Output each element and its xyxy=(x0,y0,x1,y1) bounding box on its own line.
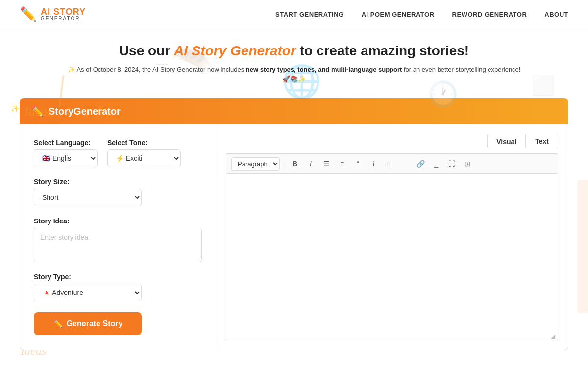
nav-about[interactable]: ABOUT xyxy=(544,11,568,18)
headline-brand: AI Story Generator xyxy=(174,43,296,58)
editor-panel: Visual Text Paragraph Heading 1 Heading … xyxy=(216,124,568,350)
deco-sidebar-right xyxy=(577,180,588,313)
tab-visual[interactable]: Visual xyxy=(487,134,526,148)
nav-ai-poem-generator[interactable]: AI POEM GENERATOR xyxy=(362,11,435,18)
logo-ai-text: AI STORY xyxy=(41,7,86,16)
toolbar-hr[interactable]: ⎯ xyxy=(429,157,443,171)
story-generator-panel: ✏️ StoryGenerator Select Language: 🇬🇧 En… xyxy=(20,98,568,350)
navbar: ✏️ AI STORY GENERATOR START GENERATING A… xyxy=(0,0,588,28)
language-tone-row: Select Language: 🇬🇧 Englis 🇫🇷 French 🇩🇪 … xyxy=(34,139,202,167)
type-select[interactable]: 🔺 Adventure 💕 Romance 🔍 Mystery 🧙 Fantas… xyxy=(34,284,142,301)
tab-text[interactable]: Text xyxy=(526,134,558,148)
hero-section: Use our AI Story Generator to create ama… xyxy=(0,28,588,89)
idea-textarea[interactable] xyxy=(34,228,202,262)
nav-links: START GENERATING AI POEM GENERATOR REWOR… xyxy=(275,10,568,19)
format-select[interactable]: Paragraph Heading 1 Heading 2 xyxy=(231,157,280,171)
toolbar-ul[interactable]: ☰ xyxy=(319,157,333,171)
notice-bold: new story types, tones, and multi-langua… xyxy=(246,66,402,73)
type-row: Story Type: 🔺 Adventure 💕 Romance 🔍 Myst… xyxy=(34,273,202,301)
size-group: Story Size: Short Medium Long xyxy=(34,178,202,206)
generate-button[interactable]: ✏️ Generate Story xyxy=(34,312,142,335)
generate-icon: ✏️ xyxy=(53,319,63,328)
notice-suffix: for an even better storytelling experien… xyxy=(402,66,520,73)
toolbar-quote[interactable]: “ xyxy=(351,157,365,171)
idea-label: Story Idea: xyxy=(34,217,202,225)
tone-label: Select Tone: xyxy=(107,139,181,147)
nav-start-generating[interactable]: START GENERATING xyxy=(275,11,344,18)
toolbar-align-left[interactable]: ⁞ xyxy=(367,157,380,171)
headline-suffix: to create amazing stories! xyxy=(296,43,469,58)
toolbar-ol[interactable]: ≡ xyxy=(335,157,349,171)
toolbar-align-center[interactable]: ≣ xyxy=(382,157,396,171)
editor-tabs: Visual Text xyxy=(226,134,558,148)
notice-emoji: 🚀📚✨ xyxy=(282,75,306,83)
toolbar-bold[interactable]: B xyxy=(288,157,302,171)
size-label: Story Size: xyxy=(34,178,202,186)
deco-star: ✨ xyxy=(11,104,19,112)
generate-label: Generate Story xyxy=(67,319,123,328)
tone-select[interactable]: ⚡ Exciti 😊 Happy 😢 Sad 😂 Funny xyxy=(107,149,181,167)
panel-header-title: StoryGenerator xyxy=(49,106,121,117)
hero-notice: ✨ As of October 8, 2024, the AI Story Ge… xyxy=(20,65,568,84)
idea-row: Story Idea: xyxy=(34,217,202,262)
toolbar-italic[interactable]: I xyxy=(304,157,318,171)
size-select[interactable]: Short Medium Long xyxy=(34,189,142,206)
panel-header-icon: ✏️ xyxy=(31,105,44,117)
editor-content-area[interactable]: ◢ xyxy=(226,173,558,340)
logo-icon: ✏️ xyxy=(20,6,37,22)
editor-toolbar: Paragraph Heading 1 Heading 2 B I ☰ ≡ “ … xyxy=(226,153,558,173)
headline-prefix: Use our xyxy=(119,43,174,58)
idea-group: Story Idea: xyxy=(34,217,202,262)
panel-header: ✏️ StoryGenerator xyxy=(20,98,568,124)
toolbar-table[interactable]: ⊞ xyxy=(461,157,474,171)
logo[interactable]: ✏️ AI STORY GENERATOR xyxy=(20,6,86,22)
language-label: Select Language: xyxy=(34,139,98,147)
toolbar-align-right[interactable]: ⁣ xyxy=(398,157,412,171)
editor-resize-handle[interactable]: ◢ xyxy=(551,333,557,339)
toolbar-divider-1 xyxy=(284,159,284,169)
toolbar-fullscreen[interactable]: ⛶ xyxy=(445,157,459,171)
form-sidebar: Select Language: 🇬🇧 Englis 🇫🇷 French 🇩🇪 … xyxy=(20,124,216,350)
logo-generator-text: GENERATOR xyxy=(41,16,86,21)
toolbar-link[interactable]: 🔗 xyxy=(414,157,427,171)
hero-headline: Use our AI Story Generator to create ama… xyxy=(20,43,568,59)
language-select[interactable]: 🇬🇧 Englis 🇫🇷 French 🇩🇪 German xyxy=(34,149,98,167)
tone-group: Select Tone: ⚡ Exciti 😊 Happy 😢 Sad 😂 Fu… xyxy=(107,139,181,167)
language-group: Select Language: 🇬🇧 Englis 🇫🇷 French 🇩🇪 … xyxy=(34,139,98,167)
notice-prefix: ✨ As of October 8, 2024, the AI Story Ge… xyxy=(68,66,246,73)
nav-reword-generator[interactable]: REWORD GENERATOR xyxy=(452,11,527,18)
type-group: Story Type: 🔺 Adventure 💕 Romance 🔍 Myst… xyxy=(34,273,202,301)
size-row: Story Size: Short Medium Long xyxy=(34,178,202,206)
type-label: Story Type: xyxy=(34,273,202,281)
panel-body: Select Language: 🇬🇧 Englis 🇫🇷 French 🇩🇪 … xyxy=(20,124,568,350)
